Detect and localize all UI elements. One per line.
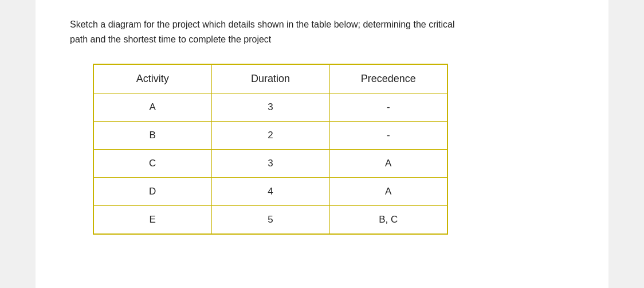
header-precedence: Precedence (329, 64, 447, 94)
table-row: A3- (93, 94, 447, 122)
table-row: D4A (93, 178, 447, 206)
cell-4-0: E (93, 206, 211, 235)
cell-0-0: A (93, 94, 211, 122)
cell-2-1: 3 (211, 150, 329, 178)
cell-4-2: B, C (329, 206, 447, 235)
cell-2-0: C (93, 150, 211, 178)
header-activity: Activity (93, 64, 211, 94)
cell-2-2: A (329, 150, 447, 178)
cell-3-2: A (329, 178, 447, 206)
table-header-row: Activity Duration Precedence (93, 64, 447, 94)
cell-3-0: D (93, 178, 211, 206)
cell-1-1: 2 (211, 122, 329, 150)
table-row: C3A (93, 150, 447, 178)
cell-1-0: B (93, 122, 211, 150)
table-wrapper: Activity Duration Precedence A3-B2-C3AD4… (70, 64, 574, 235)
project-table: Activity Duration Precedence A3-B2-C3AD4… (93, 64, 448, 235)
table-row: B2- (93, 122, 447, 150)
cell-0-1: 3 (211, 94, 329, 122)
cell-1-2: - (329, 122, 447, 150)
cell-0-2: - (329, 94, 447, 122)
cell-4-1: 5 (211, 206, 329, 235)
table-row: E5B, C (93, 206, 447, 235)
page-container: Sketch a diagram for the project which d… (36, 0, 608, 288)
cell-3-1: 4 (211, 178, 329, 206)
question-text: Sketch a diagram for the project which d… (70, 17, 460, 46)
header-duration: Duration (211, 64, 329, 94)
